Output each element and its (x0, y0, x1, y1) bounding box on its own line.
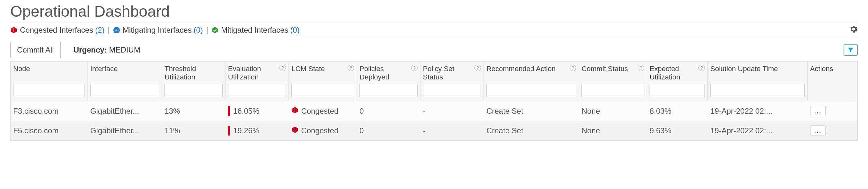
row-actions-button[interactable]: ... (810, 125, 826, 136)
table-row: F3.cisco.comGigabitEther...13%16.05%Cong… (10, 101, 858, 121)
filter-input-threshold[interactable] (164, 84, 223, 97)
status-mitigating-count: (0) (194, 26, 203, 35)
cell-solution: 19-Apr-2022 02:... (708, 121, 807, 140)
col-label: Expected Utilization (650, 65, 696, 81)
funnel-icon (847, 46, 854, 53)
col-label: LCM State (291, 65, 325, 73)
cell-policyset: - (421, 101, 484, 121)
col-label: Evaluation Utilization (228, 65, 278, 81)
cell-interface: GigabitEther... (88, 101, 162, 121)
cell-policyset: - (421, 121, 484, 140)
col-header-policies[interactable]: Policies Deployed? (357, 62, 421, 83)
status-congested-label: Congested Interfaces (20, 26, 93, 35)
status-congested-count: (2) (95, 26, 104, 35)
status-bar: Congested Interfaces (2) | Mitigating In… (10, 25, 858, 35)
cell-lcm: Congested (289, 101, 357, 121)
status-congested: Congested Interfaces (2) (10, 26, 104, 35)
cell-evaluation: 16.05% (225, 101, 289, 121)
help-icon[interactable]: ? (699, 65, 705, 71)
col-header-interface[interactable]: Interface (88, 62, 162, 83)
alert-icon (291, 107, 299, 116)
col-label: Policy Set Status (423, 65, 473, 81)
urgency-label: Urgency: (73, 45, 107, 54)
col-label: Policies Deployed (360, 65, 409, 81)
col-header-expected[interactable]: Expected Utilization? (647, 62, 708, 83)
help-icon[interactable]: ? (348, 65, 354, 71)
help-icon[interactable]: ? (638, 65, 644, 71)
filter-input-commit[interactable] (582, 84, 644, 97)
filter-input-policies[interactable] (360, 84, 417, 97)
separator: | (107, 26, 110, 35)
cell-node: F5.cisco.com (10, 121, 88, 140)
col-label: Node (13, 65, 30, 73)
col-label: Recommended Action (486, 65, 555, 73)
cell-recaction: Create Set (484, 101, 579, 121)
cell-evaluation: 19.26% (225, 121, 289, 140)
col-header-solution[interactable]: Solution Update Time (708, 62, 807, 83)
cell-policies: 0 (357, 121, 421, 140)
urgency-value: MEDIUM (109, 45, 140, 54)
col-label: Actions (810, 65, 833, 73)
col-header-recaction[interactable]: Recommended Action? (484, 62, 579, 83)
alert-icon (291, 126, 299, 135)
cell-commit: None (579, 121, 647, 140)
col-header-commit[interactable]: Commit Status? (579, 62, 647, 83)
row-actions-button[interactable]: ... (810, 106, 826, 116)
svg-rect-9 (294, 108, 295, 111)
col-label: Threshold Utilization (164, 65, 223, 81)
filter-input-evaluation[interactable] (228, 84, 286, 97)
cell-expected: 9.63% (647, 121, 708, 140)
filter-button[interactable] (844, 44, 858, 56)
cell-recaction: Create Set (484, 121, 579, 140)
col-header-actions: Actions (808, 62, 858, 83)
col-header-node[interactable]: Node (10, 62, 88, 83)
status-mitigated: Mitigated Interfaces (0) (211, 26, 300, 35)
svg-point-6 (118, 30, 119, 30)
filter-input-policyset[interactable] (423, 84, 481, 97)
urgency-indicator: Urgency: MEDIUM (73, 45, 141, 54)
svg-rect-12 (294, 128, 295, 130)
severity-bar (228, 126, 230, 136)
filter-input-interface[interactable] (90, 84, 159, 97)
check-icon (211, 27, 218, 34)
filter-input-solution[interactable] (710, 84, 804, 97)
cell-actions: ... (808, 121, 858, 140)
col-header-evaluation[interactable]: Evaluation Utilization? (225, 62, 289, 83)
filter-input-expected[interactable] (650, 84, 705, 97)
filter-input-node[interactable] (13, 84, 85, 97)
filter-input-recaction[interactable] (486, 84, 576, 97)
svg-rect-1 (13, 29, 14, 31)
filter-input-lcm[interactable] (291, 84, 354, 97)
status-mitigating: Mitigating Interfaces (0) (113, 26, 203, 35)
page-title: Operational Dashboard (10, 3, 858, 20)
status-mitigating-label: Mitigating Interfaces (123, 26, 192, 35)
interfaces-table: Node Interface Threshold Utilization Eva… (10, 61, 858, 141)
help-icon[interactable]: ? (569, 65, 576, 71)
cell-commit: None (579, 101, 647, 121)
svg-rect-2 (13, 31, 14, 32)
cell-policies: 0 (357, 101, 421, 121)
cell-node: F3.cisco.com (10, 101, 88, 121)
cell-threshold: 11% (162, 121, 225, 140)
col-label: Solution Update Time (710, 65, 778, 73)
status-mitigated-label: Mitigated Interfaces (221, 26, 288, 35)
help-icon[interactable]: ? (474, 65, 481, 71)
help-icon[interactable]: ? (279, 65, 286, 71)
alert-icon (10, 27, 17, 34)
cell-threshold: 13% (162, 101, 225, 121)
settings-button[interactable] (849, 25, 858, 35)
separator: | (206, 26, 208, 35)
svg-point-5 (116, 30, 117, 30)
table-row: F5.cisco.comGigabitEther...11%19.26%Cong… (10, 121, 858, 140)
svg-marker-7 (212, 27, 218, 33)
cell-lcm: Congested (289, 121, 357, 140)
commit-all-button[interactable]: Commit All (10, 42, 61, 58)
col-header-lcm[interactable]: LCM State? (289, 62, 357, 83)
col-label: Interface (90, 65, 118, 73)
col-header-threshold[interactable]: Threshold Utilization (162, 62, 225, 83)
help-icon[interactable]: ? (411, 65, 417, 71)
col-header-policyset[interactable]: Policy Set Status? (421, 62, 484, 83)
svg-rect-10 (294, 111, 295, 112)
divider (10, 22, 858, 23)
svg-rect-13 (294, 131, 295, 131)
